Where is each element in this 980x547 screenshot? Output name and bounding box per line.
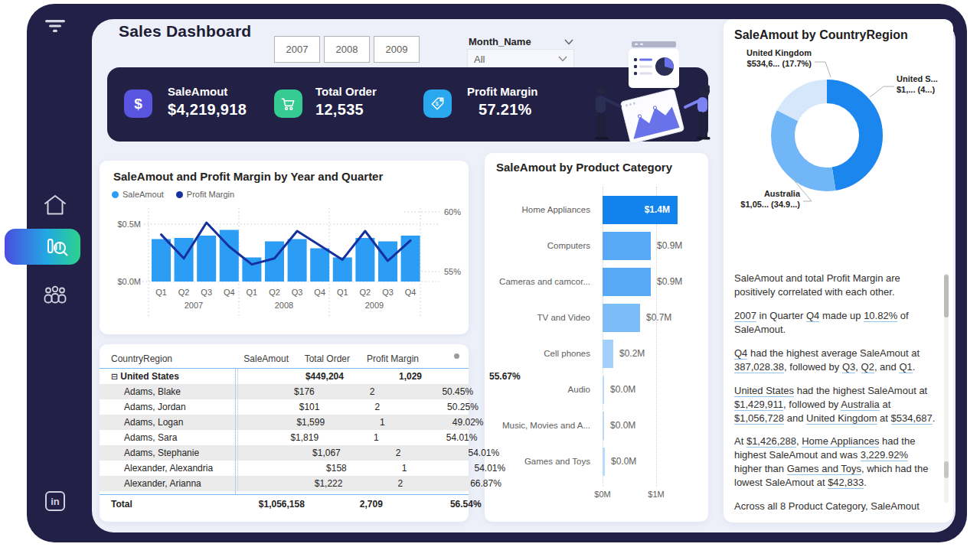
month-filter-dropdown[interactable]: All bbox=[467, 49, 574, 69]
narrative-value[interactable]: Q4 bbox=[806, 310, 819, 322]
category-bar[interactable] bbox=[603, 232, 651, 260]
category-bar[interactable] bbox=[603, 448, 605, 476]
combo-chart-panel: SaleAmout and Profit Margin by Year and … bbox=[100, 161, 469, 334]
narrative-value[interactable]: United States bbox=[734, 385, 794, 397]
bar-value: $0.0M bbox=[610, 376, 635, 404]
bar-value: $0.9M bbox=[657, 268, 682, 296]
svg-text:60%: 60% bbox=[444, 207, 461, 217]
sale-bar[interactable] bbox=[220, 230, 239, 282]
narrative-value[interactable]: $42,833 bbox=[828, 477, 864, 489]
year-filter-2007[interactable]: 2007 bbox=[274, 36, 320, 63]
sale-bar[interactable] bbox=[310, 249, 329, 282]
table-row[interactable]: ⊟United States$449,2041,02955.67% bbox=[100, 369, 469, 384]
donut-chart-title: SaleAmout by CountryRegion bbox=[734, 28, 908, 42]
month-filter-value: All bbox=[474, 54, 485, 65]
narrative-value[interactable]: Home Appliances bbox=[802, 435, 879, 448]
category-label: Music, Movies and A... bbox=[485, 412, 596, 440]
donut-chart[interactable]: United S...$1,... (4...)Australia$1,05..… bbox=[724, 42, 953, 241]
svg-text:Q3: Q3 bbox=[382, 288, 394, 297]
narrative-paragraph: Across all 8 Product Category, SaleAmout bbox=[734, 500, 936, 513]
sale-bar[interactable] bbox=[152, 239, 171, 282]
sale-bar[interactable] bbox=[401, 236, 420, 282]
sale-bar[interactable] bbox=[265, 242, 284, 282]
linkedin-label: in bbox=[51, 496, 60, 507]
row-sale: $101 bbox=[299, 402, 320, 412]
row-sale: $1,056,158 bbox=[259, 499, 305, 510]
category-chart-panel: SaleAmout by Product Category Home Appli… bbox=[485, 153, 708, 522]
kpi-label: Profit Margin bbox=[467, 85, 538, 98]
scrollbar-thumb-lower[interactable] bbox=[944, 461, 949, 478]
category-bar[interactable] bbox=[603, 268, 651, 296]
table-row[interactable]: Alexander, Arianna$1,222266.87% bbox=[100, 476, 469, 491]
smart-narrative: SaleAmout and total Profit Margin are po… bbox=[734, 272, 936, 513]
filter-menu-icon[interactable] bbox=[44, 19, 67, 33]
narrative-value[interactable]: $1,056,728 bbox=[734, 412, 784, 425]
table-row[interactable]: Adams, Logan$1,599149.02% bbox=[100, 415, 469, 430]
table-row[interactable]: Alexander, Alexandria$158154.01% bbox=[100, 461, 469, 476]
people-icon[interactable] bbox=[42, 284, 68, 305]
category-bar[interactable] bbox=[603, 376, 604, 404]
year-filter-2008[interactable]: 2008 bbox=[324, 36, 370, 63]
table-row[interactable]: Adams, Jordan$101250.25% bbox=[100, 399, 469, 415]
sale-bar[interactable] bbox=[242, 258, 261, 282]
narrative-value[interactable]: Australia bbox=[841, 399, 880, 411]
kpi-label: Total Order bbox=[315, 85, 377, 98]
svg-text:$0.5M: $0.5M bbox=[117, 220, 141, 229]
linkedin-icon[interactable]: in bbox=[45, 491, 65, 511]
chevron-down-icon[interactable] bbox=[564, 39, 573, 45]
table-header-row[interactable]: CountryRegion SaleAmout Total Order Prof… bbox=[100, 350, 469, 369]
sale-bar[interactable] bbox=[197, 236, 216, 282]
narrative-value[interactable]: $1,426,288 bbox=[746, 435, 796, 448]
narrative-value[interactable]: Q2 bbox=[861, 361, 874, 373]
narrative-value[interactable]: United Kingdom bbox=[806, 412, 877, 425]
narrative-value[interactable]: $1,429,911 bbox=[734, 399, 783, 411]
narrative-value[interactable]: 387,028.38 bbox=[734, 361, 784, 373]
table-row[interactable]: Adams, Stephanie$1,067254.01% bbox=[100, 445, 469, 461]
narrative-paragraph: United States had the highest SaleAmout … bbox=[734, 384, 936, 425]
narrative-value[interactable]: 10.82% bbox=[864, 310, 897, 322]
combo-chart[interactable]: Q1Q2Q3Q42007Q1Q2Q3Q42008Q1Q2Q3Q42009$0.5… bbox=[100, 161, 469, 334]
svg-text:Q3: Q3 bbox=[201, 288, 212, 297]
svg-text:Q2: Q2 bbox=[178, 288, 190, 297]
row-margin: 56.54% bbox=[450, 499, 482, 510]
row-orders: 2,709 bbox=[360, 499, 383, 510]
bar-value: $0.0M bbox=[610, 412, 635, 440]
category-bar[interactable] bbox=[603, 340, 613, 368]
sale-bar[interactable] bbox=[288, 239, 307, 282]
svg-text:Q4: Q4 bbox=[314, 288, 325, 297]
narrative-value[interactable]: Q1 bbox=[899, 361, 912, 373]
table-row[interactable]: Adams, Blake$176250.45% bbox=[100, 384, 469, 399]
row-sale: $1,222 bbox=[315, 478, 343, 489]
col-header[interactable]: CountryRegion bbox=[111, 350, 172, 367]
svg-text:55%: 55% bbox=[444, 267, 461, 276]
year-filter-2009[interactable]: 2009 bbox=[374, 36, 420, 63]
sale-bar[interactable] bbox=[355, 238, 374, 282]
table-row[interactable]: Total$1,056,1582,70956.54% bbox=[100, 494, 469, 513]
category-bar[interactable] bbox=[603, 412, 604, 440]
svg-text:Q4: Q4 bbox=[405, 288, 416, 297]
svg-text:2007: 2007 bbox=[185, 301, 203, 310]
narrative-paragraph: Q4 had the highest average SaleAmout at … bbox=[734, 347, 936, 374]
narrative-paragraph: SaleAmout and total Profit Margin are po… bbox=[734, 272, 936, 299]
narrative-value[interactable]: Q3 bbox=[842, 361, 855, 373]
row-name: Adams, Sara bbox=[124, 432, 177, 443]
narrative-value[interactable]: 3,229.92% bbox=[861, 449, 908, 461]
collapse-toggle[interactable]: ⊟ bbox=[111, 372, 118, 381]
narrative-value[interactable]: Games and Toys bbox=[787, 463, 861, 475]
col-header[interactable]: SaleAmout bbox=[237, 350, 289, 367]
home-icon[interactable] bbox=[43, 194, 67, 217]
narrative-value[interactable]: $534,687 bbox=[891, 412, 933, 425]
narrative-value[interactable]: Q4 bbox=[734, 347, 747, 360]
col-header[interactable]: Profit Margin bbox=[360, 350, 419, 367]
col-header[interactable]: Total Order bbox=[292, 350, 350, 367]
narrative-value[interactable]: 2007 bbox=[734, 310, 756, 322]
kpi-value: 12,535 bbox=[315, 101, 364, 119]
sale-bar[interactable] bbox=[175, 238, 194, 282]
sale-bar[interactable] bbox=[333, 258, 352, 282]
svg-text:2009: 2009 bbox=[365, 301, 384, 310]
sidebar-item-analytics-active[interactable] bbox=[5, 229, 80, 265]
row-margin: 50.45% bbox=[442, 386, 473, 397]
table-row[interactable]: Adams, Sara$1,819154.01% bbox=[100, 430, 469, 445]
scrollbar-thumb[interactable] bbox=[944, 275, 949, 317]
category-bar[interactable] bbox=[603, 304, 640, 332]
